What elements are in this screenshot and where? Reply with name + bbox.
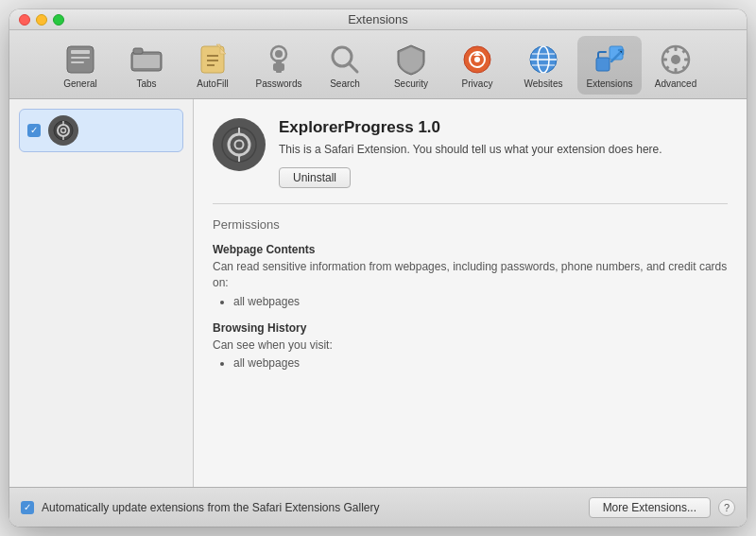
passwords-icon [262, 43, 296, 77]
advanced-icon [659, 43, 693, 77]
extensions-label: Extensions [587, 78, 633, 89]
browsing-history-description: Can see when you visit: [213, 337, 728, 354]
autofill-label: AutoFill [197, 78, 228, 89]
toolbar-item-extensions[interactable]: Extensions [577, 36, 642, 95]
privacy-label: Privacy [462, 78, 493, 89]
detail-panel: ExplorerProgress 1.0 This is a Safari Ex… [194, 99, 747, 487]
passwords-label: Passwords [256, 78, 302, 89]
autofill-icon [196, 43, 230, 77]
privacy-icon [460, 43, 494, 77]
minimize-button[interactable] [36, 14, 47, 26]
extensions-icon [593, 43, 627, 77]
search-label: Search [330, 78, 360, 89]
svg-rect-3 [71, 61, 84, 63]
extension-small-icon [48, 115, 78, 146]
extension-checkbox[interactable]: ✓ [27, 124, 41, 137]
browsing-history-list: all webpages [213, 356, 728, 370]
webpage-contents-section: Webpage Contents Can read sensitive info… [213, 243, 728, 308]
svg-rect-6 [133, 55, 160, 68]
titlebar: Extensions [9, 9, 747, 30]
svg-rect-29 [675, 68, 678, 73]
svg-rect-31 [684, 58, 689, 61]
svg-rect-2 [71, 57, 90, 59]
toolbar: General Tabs [9, 30, 747, 99]
main-window: Extensions General [9, 9, 747, 527]
tabs-icon [129, 43, 163, 77]
footer: ✓ Automatically update extensions from t… [9, 487, 747, 527]
webpage-contents-title: Webpage Contents [213, 243, 728, 256]
webpage-contents-list: all webpages [213, 295, 728, 308]
permissions-title: Permissions [213, 217, 728, 232]
toolbar-item-general[interactable]: General [48, 36, 112, 95]
search-icon [328, 43, 362, 77]
toolbar-item-privacy[interactable]: Privacy [445, 36, 509, 95]
close-button[interactable] [19, 14, 30, 26]
svg-point-18 [474, 57, 480, 62]
extension-list-item[interactable]: ✓ [19, 109, 183, 152]
svg-rect-24 [596, 58, 610, 71]
svg-rect-30 [662, 58, 667, 61]
main-content: ✓ [9, 99, 747, 487]
svg-rect-14 [273, 63, 284, 71]
section-divider [213, 203, 728, 204]
list-item: all webpages [233, 295, 728, 308]
auto-update-label: Automatically update extensions from the… [42, 501, 380, 514]
toolbar-item-security[interactable]: Security [379, 36, 443, 95]
webpage-contents-description: Can read sensitive information from webp… [213, 259, 728, 291]
extension-name: ExplorerProgress 1.0 [279, 118, 662, 137]
footer-right: More Extensions... ? [589, 497, 735, 518]
window-title: Extensions [348, 12, 408, 26]
extension-header: ExplorerProgress 1.0 This is a Safari Ex… [213, 118, 728, 188]
extension-info: ExplorerProgress 1.0 This is a Safari Ex… [279, 118, 662, 188]
general-icon [63, 43, 97, 77]
general-label: General [63, 78, 97, 89]
extension-large-icon [213, 118, 266, 171]
toolbar-item-websites[interactable]: Websites [511, 36, 576, 95]
browsing-history-title: Browsing History [213, 321, 728, 335]
window-controls [19, 14, 64, 26]
svg-line-16 [349, 63, 357, 72]
toolbar-item-passwords[interactable]: Passwords [247, 36, 311, 95]
help-button[interactable]: ? [718, 499, 735, 516]
security-label: Security [394, 78, 428, 89]
toolbar-item-search[interactable]: Search [313, 36, 377, 95]
extension-description: This is a Safari Extension. You should t… [279, 141, 662, 158]
websites-label: Websites [524, 78, 563, 89]
websites-icon [526, 43, 560, 77]
maximize-button[interactable] [53, 14, 64, 26]
toolbar-item-autofill[interactable]: AutoFill [180, 36, 245, 95]
toolbar-item-advanced[interactable]: Advanced [644, 36, 708, 95]
svg-rect-5 [133, 48, 143, 54]
auto-update-checkbox[interactable]: ✓ [21, 501, 34, 514]
svg-point-27 [671, 55, 680, 64]
svg-point-12 [275, 50, 283, 58]
svg-rect-28 [675, 46, 678, 51]
security-icon [394, 43, 428, 77]
tabs-label: Tabs [136, 78, 156, 89]
footer-checkmark-icon: ✓ [24, 502, 31, 512]
browsing-history-section: Browsing History Can see when you visit:… [213, 321, 728, 371]
footer-left: ✓ Automatically update extensions from t… [21, 501, 380, 514]
checkmark-icon: ✓ [30, 126, 38, 135]
list-item: all webpages [233, 356, 728, 370]
toolbar-item-tabs[interactable]: Tabs [114, 36, 179, 95]
uninstall-button[interactable]: Uninstall [279, 167, 351, 188]
advanced-label: Advanced [655, 78, 696, 89]
sidebar: ✓ [9, 99, 194, 487]
more-extensions-button[interactable]: More Extensions... [589, 497, 711, 518]
svg-rect-1 [71, 50, 90, 54]
